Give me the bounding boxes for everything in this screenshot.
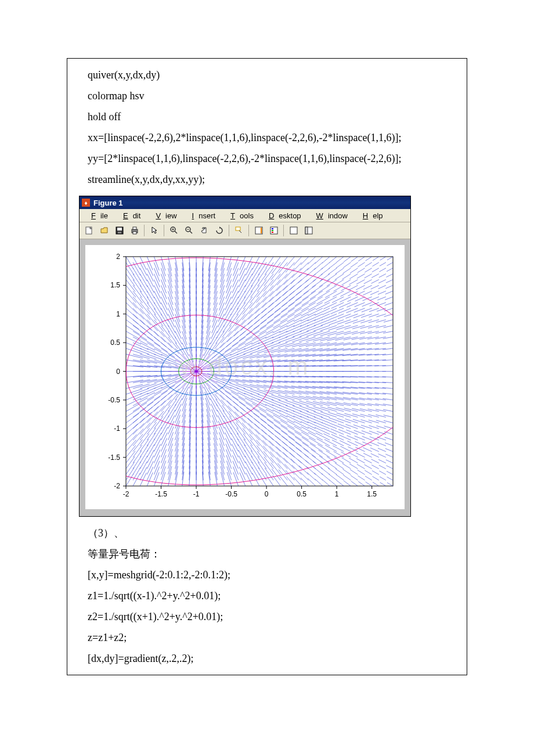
svg-line-949: [260, 320, 273, 329]
svg-line-847: [248, 423, 259, 434]
svg-line-1463: [353, 425, 365, 429]
svg-line-991: [267, 314, 280, 323]
zoom-in-icon[interactable]: [167, 224, 181, 237]
svg-line-1357: [327, 331, 344, 336]
figure-titlebar[interactable]: ♦ Figure 1: [80, 196, 410, 209]
svg-line-142: [140, 467, 147, 480]
zoom-out-icon[interactable]: [182, 224, 196, 237]
svg-line-1622: [385, 454, 393, 458]
colorbar-icon[interactable]: [251, 224, 266, 237]
svg-line-208: [147, 337, 160, 346]
svg-line-891: [253, 408, 267, 417]
svg-line-932: [259, 409, 274, 417]
svg-line-804: [243, 434, 252, 446]
datacursor-icon[interactable]: [232, 224, 246, 237]
svg-line-725: [229, 416, 239, 429]
svg-line-1294: [326, 451, 337, 457]
svg-line-1339: [330, 429, 344, 434]
svg-text:-1.5: -1.5: [155, 490, 167, 498]
pointer-icon[interactable]: [147, 224, 161, 237]
svg-line-1427: [343, 397, 358, 400]
svg-line-1610: [378, 291, 386, 294]
svg-line-846: [249, 429, 259, 440]
svg-line-1496: [365, 470, 371, 474]
svg-line-154: [140, 402, 153, 411]
svg-line-1373: [343, 469, 351, 474]
svg-line-1509: [359, 398, 372, 400]
svg-line-1480: [352, 331, 365, 334]
svg-line-144: [140, 456, 147, 469]
svg-line-793: [239, 274, 246, 287]
svg-line-1651: [385, 291, 393, 294]
menu-window[interactable]: Window: [307, 210, 352, 221]
new-figure-icon[interactable]: [82, 224, 96, 237]
svg-line-1363: [332, 297, 344, 303]
svg-text:0: 0: [116, 368, 120, 376]
svg-line-1440: [344, 326, 358, 330]
svg-line-214: [147, 303, 156, 315]
svg-line-91: [126, 303, 137, 314]
svg-line-1152: [293, 331, 309, 337]
svg-line-186: [147, 450, 154, 463]
svg-line-764: [237, 428, 246, 440]
svg-line-1371: [344, 481, 351, 486]
svg-line-1618: [387, 477, 394, 480]
svg-line-1609: [377, 297, 386, 300]
menu-file[interactable]: File: [82, 210, 113, 221]
svg-line-185: [147, 456, 153, 469]
menu-view[interactable]: View: [146, 210, 181, 221]
legend-icon[interactable]: [266, 224, 281, 237]
svg-line-196: [147, 397, 160, 406]
svg-line-1416: [349, 458, 358, 463]
menu-desktop[interactable]: Desktop: [259, 210, 306, 221]
svg-line-102: [133, 462, 141, 474]
svg-line-145: [140, 450, 148, 463]
svg-line-1299: [322, 423, 337, 429]
svg-line-928: [262, 430, 273, 440]
menu-tools[interactable]: Tools: [221, 210, 258, 221]
menu-insert[interactable]: Insert: [183, 210, 221, 221]
svg-line-826: [241, 320, 252, 331]
content-frame: quiver(x,y,dx,dy) colormap hsv hold off …: [67, 58, 467, 675]
svg-line-760: [239, 450, 246, 463]
svg-line-745: [229, 314, 239, 326]
rotate-icon[interactable]: [212, 224, 226, 237]
svg-line-1465: [352, 414, 365, 417]
figure-toolbar: [80, 222, 410, 239]
code-line: quiver(x,y,dx,dy): [88, 64, 449, 85]
pan-icon[interactable]: [197, 224, 211, 237]
svg-rect-14: [236, 227, 240, 231]
svg-line-1620: [386, 466, 393, 469]
svg-line-1092: [288, 431, 302, 440]
svg-line-222: [147, 257, 153, 270]
svg-line-865: [246, 331, 259, 340]
svg-line-811: [239, 397, 252, 406]
svg-line-1117: [288, 297, 302, 306]
svg-line-1358: [329, 326, 344, 330]
svg-line-86: [126, 331, 140, 339]
svg-line-1283: [319, 285, 330, 293]
svg-line-130: [133, 314, 145, 325]
svg-line-1075: [282, 303, 295, 312]
open-icon[interactable]: [97, 224, 111, 237]
svg-line-1340: [330, 423, 344, 429]
svg-line-60: [126, 467, 134, 480]
hide-tools-icon[interactable]: [286, 224, 301, 237]
svg-line-1450: [350, 268, 358, 273]
matlab-figure-window: ♦ Figure 1 File Edit View Insert Tools D…: [79, 196, 411, 517]
show-tools-icon[interactable]: [301, 224, 316, 237]
svg-line-1548: [368, 409, 379, 411]
svg-line-238: [154, 391, 167, 400]
code-line: [x,y]=meshgrid(-2:0.1:2,-2:0.1:2);: [88, 564, 449, 585]
svg-line-95: [126, 280, 135, 292]
svg-line-168: [140, 331, 153, 340]
save-icon[interactable]: [112, 224, 127, 237]
plot-canvas[interactable]: w docx. m -2-1.5-1-0.500.511.5-2-1.5-1-0…: [85, 245, 405, 509]
svg-text:-1: -1: [193, 490, 200, 498]
menu-edit[interactable]: Edit: [114, 210, 145, 221]
svg-line-1342: [329, 412, 344, 417]
toolbar-separator: [164, 225, 164, 236]
print-icon[interactable]: [127, 224, 142, 237]
plot-area: w docx. m -2-1.5-1-0.500.511.5-2-1.5-1-0…: [80, 239, 410, 516]
menu-help[interactable]: Help: [353, 210, 388, 221]
